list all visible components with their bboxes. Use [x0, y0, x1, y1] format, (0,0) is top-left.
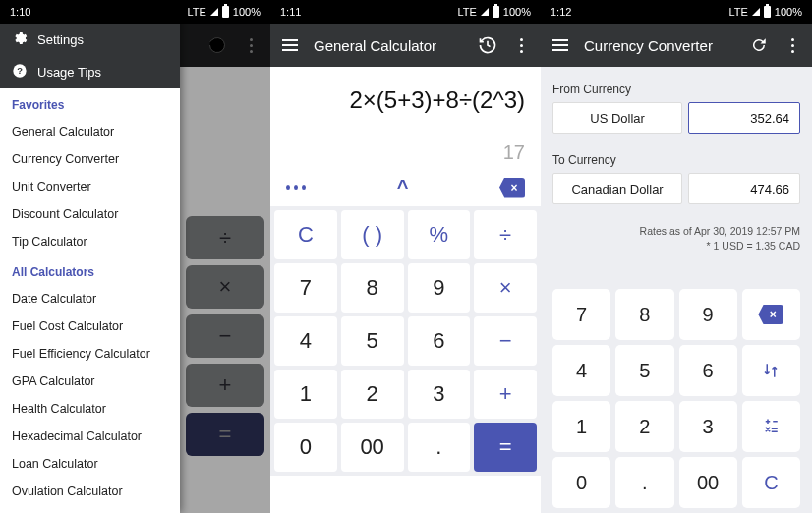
- drawer-all-2[interactable]: Fuel Efficiency Calculator: [0, 340, 180, 368]
- drawer-all-6[interactable]: Loan Calculator: [0, 450, 180, 478]
- action-bar: Currency Converter: [541, 24, 812, 67]
- gear-icon: [12, 30, 28, 49]
- cc-key-2[interactable]: 2: [615, 401, 673, 452]
- drawer-fav-2[interactable]: Unit Converter: [0, 173, 180, 200]
- drawer-all-4[interactable]: Health Calculator: [0, 395, 180, 423]
- key-C[interactable]: C: [274, 210, 337, 259]
- key-9[interactable]: 9: [408, 263, 471, 313]
- menu-icon[interactable]: [551, 35, 570, 55]
- drawer-all-5[interactable]: Hexadecimal Calculator: [0, 423, 180, 450]
- drawer-all-3[interactable]: GPA Calculator: [0, 368, 180, 395]
- status-bar: 1:10LTE: [0, 0, 180, 24]
- cc-key-3[interactable]: 3: [679, 401, 737, 452]
- drawer-tips-label: Usage Tips: [37, 65, 101, 80]
- cc-key-.[interactable]: .: [615, 457, 673, 508]
- refresh-icon[interactable]: [749, 35, 769, 55]
- cc-key-00[interactable]: 00: [679, 457, 737, 508]
- nav-drawer: Settings ? Usage Tips Favorites General …: [0, 0, 180, 513]
- cc-key-0[interactable]: 0: [552, 457, 610, 508]
- svg-text:?: ?: [17, 66, 23, 76]
- key-4[interactable]: 4: [274, 316, 337, 366]
- to-value-output[interactable]: 474.66: [688, 173, 800, 204]
- drawer-all-7[interactable]: Ovulation Calculator: [0, 478, 180, 505]
- key-=[interactable]: =: [474, 423, 537, 472]
- drawer-fav-1[interactable]: Currency Converter: [0, 145, 180, 173]
- key-÷[interactable]: ÷: [474, 210, 537, 259]
- all-header: All Calculators: [0, 256, 180, 285]
- history-icon[interactable]: [478, 35, 497, 55]
- status-bar: 1:12LTE100%: [541, 0, 812, 24]
- backspace-icon: ×: [758, 305, 783, 324]
- drawer-settings-label: Settings: [37, 32, 84, 47]
- swap-icon: [762, 362, 780, 379]
- key-( )[interactable]: ( ): [341, 210, 404, 259]
- from-value-input[interactable]: 352.64: [688, 102, 800, 134]
- more-icon[interactable]: [511, 35, 531, 55]
- cc-key-1[interactable]: 1: [552, 401, 610, 452]
- help-icon: ?: [12, 63, 28, 82]
- to-label: To Currency: [552, 153, 800, 167]
- drawer-fav-4[interactable]: Tip Calculator: [0, 228, 180, 256]
- key-%[interactable]: %: [408, 210, 471, 259]
- cc-key-8[interactable]: 8: [615, 289, 673, 340]
- key-3[interactable]: 3: [408, 370, 471, 419]
- key-7[interactable]: 7: [274, 263, 337, 313]
- cc-key-clear[interactable]: C: [742, 457, 800, 508]
- status-bar: LTE100%: [180, 0, 270, 24]
- from-currency-select[interactable]: US Dollar: [552, 102, 682, 134]
- calc-icon: [762, 418, 780, 435]
- more-functions-icon[interactable]: [286, 178, 306, 198]
- key-1[interactable]: 1: [274, 370, 337, 419]
- more-icon[interactable]: [783, 35, 802, 55]
- cc-key-4[interactable]: 4: [552, 345, 610, 396]
- drawer-fav-0[interactable]: General Calculator: [0, 118, 180, 145]
- cc-key-9[interactable]: 9: [679, 289, 737, 340]
- cc-key-calc[interactable]: [742, 401, 800, 452]
- cc-key-backspace[interactable]: ×: [742, 289, 800, 340]
- app-title: Currency Converter: [584, 37, 735, 54]
- key-8[interactable]: 8: [341, 263, 404, 313]
- status-bar: 1:11LTE100%: [270, 0, 541, 24]
- drawer-all-1[interactable]: Fuel Cost Calculator: [0, 313, 180, 340]
- result: 17: [286, 142, 525, 164]
- keypad: C( )%÷789×456−123+000.=: [270, 206, 541, 476]
- cc-key-7[interactable]: 7: [552, 289, 610, 340]
- key-00[interactable]: 00: [341, 423, 404, 472]
- drawer-fav-3[interactable]: Discount Calculator: [0, 200, 180, 228]
- cc-key-swap[interactable]: [742, 345, 800, 396]
- cc-keypad: 789×4561230.00C: [552, 289, 800, 513]
- key-5[interactable]: 5: [341, 316, 404, 366]
- caret-button[interactable]: ^: [397, 176, 409, 199]
- drawer-settings[interactable]: Settings: [0, 24, 180, 56]
- action-bar: General Calculator: [270, 24, 541, 67]
- to-currency-select[interactable]: Canadian Dollar: [552, 173, 682, 204]
- app-title: General Calculator: [314, 37, 464, 54]
- fav-header: Favorites: [0, 88, 180, 118]
- key-.[interactable]: .: [408, 423, 471, 472]
- drawer-tips[interactable]: ? Usage Tips: [0, 56, 180, 88]
- menu-icon[interactable]: [280, 35, 300, 55]
- key-2[interactable]: 2: [341, 370, 404, 419]
- key-+[interactable]: +: [474, 370, 537, 419]
- key-6[interactable]: 6: [408, 316, 471, 366]
- expression: 2×(5+3)+8÷(2^3): [286, 86, 525, 114]
- from-label: From Currency: [552, 83, 800, 96]
- backspace-icon[interactable]: ×: [499, 178, 525, 198]
- key-−[interactable]: −: [474, 316, 537, 366]
- key-0[interactable]: 0: [274, 423, 337, 472]
- cc-key-5[interactable]: 5: [615, 345, 673, 396]
- drawer-all-0[interactable]: Date Calculator: [0, 285, 180, 313]
- calc-display: 2×(5+3)+8÷(2^3) 17: [270, 67, 541, 172]
- rate-info: Rates as of Apr 30, 2019 12:57 PM* 1 USD…: [552, 224, 800, 253]
- key-×[interactable]: ×: [474, 263, 537, 313]
- cc-key-6[interactable]: 6: [679, 345, 737, 396]
